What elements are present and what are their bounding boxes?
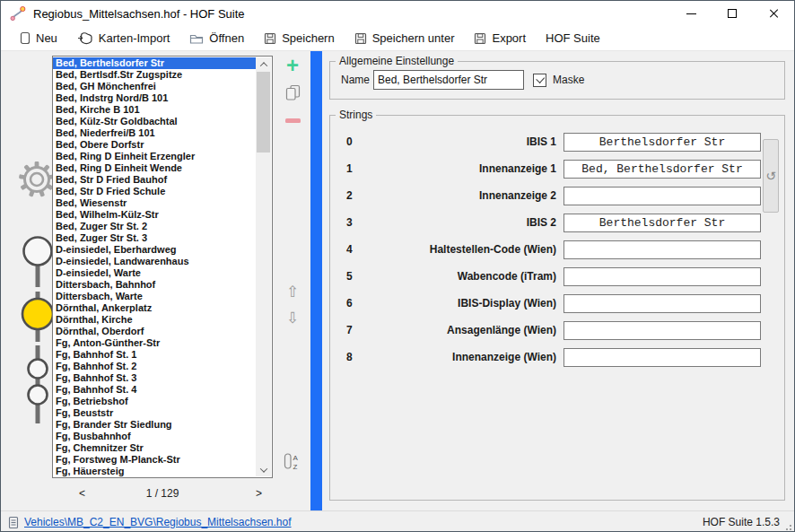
refresh-icon: ↺ xyxy=(765,169,776,183)
app-icon xyxy=(10,5,26,22)
scrollbar-down-button[interactable] xyxy=(256,463,271,476)
minimize-button[interactable] xyxy=(670,1,712,26)
list-item[interactable]: Fg, Beuststr xyxy=(53,407,256,419)
stop-list[interactable]: Bed, Berthelsdorfer StrBed, Bertlsdf.Str… xyxy=(52,56,273,478)
string-input-3[interactable] xyxy=(563,214,761,232)
string-row: 1Innenanzeige 1 xyxy=(330,155,784,182)
oeffnen-button[interactable]: Öffnen xyxy=(179,27,254,50)
karten-import-button[interactable]: Karten-Import xyxy=(67,27,179,50)
string-input-5[interactable] xyxy=(563,267,761,286)
copy-entry-button[interactable] xyxy=(284,83,301,101)
list-item[interactable]: Bed, Zuger Str St. 3 xyxy=(53,232,256,244)
list-item[interactable]: Bed, GH Mönchenfrei xyxy=(53,81,256,92)
list-item[interactable]: Fg, Häuersteig xyxy=(53,466,256,477)
list-item[interactable]: Fg, Bahnhof St. 3 xyxy=(53,372,256,384)
hof-suite-label: HOF Suite xyxy=(546,31,600,45)
move-up-button[interactable]: ⇧ xyxy=(284,283,301,301)
string-label: IBIS 1 xyxy=(380,135,556,148)
window-title: Regiobus_Mittelsachsen.hof - HOF Suite xyxy=(33,7,245,21)
list-item[interactable]: Dörnthal, Kirche xyxy=(53,314,256,326)
list-pager: 1 / 129 < > xyxy=(52,484,273,503)
string-label: Ansagenlänge (Wien) xyxy=(380,324,556,336)
scrollbar-thumb[interactable] xyxy=(257,72,270,153)
string-input-7[interactable] xyxy=(563,321,761,340)
list-item[interactable]: Bed, Wiesenstr xyxy=(53,197,256,209)
file-icon xyxy=(8,516,19,529)
svg-text:A: A xyxy=(293,454,299,462)
list-item[interactable]: Bed, Str D Fried Schule xyxy=(53,186,256,197)
list-item[interactable]: Bed, Bertlsdf.Str Zugspitze xyxy=(53,69,256,81)
string-label: IBIS 2 xyxy=(380,216,556,229)
list-item[interactable]: Bed, Zuger Str St. 2 xyxy=(53,221,256,232)
list-item[interactable]: Dittersbach, Warte xyxy=(53,291,256,302)
list-item[interactable]: Fg, Bahnhof St. 2 xyxy=(53,361,256,372)
gear-icon xyxy=(18,161,56,198)
list-item[interactable]: D-einsiedel, Eberhardweg xyxy=(53,244,256,256)
oeffnen-label: Öffnen xyxy=(209,31,244,45)
file-link[interactable]: Vehicles\MB_C2_EN_BVG\Regiobus_Mittelsac… xyxy=(24,516,292,528)
neu-button[interactable]: Neu xyxy=(10,27,67,50)
list-item[interactable]: Dittersbach, Bahnhof xyxy=(53,279,256,291)
main-area: Bed, Berthelsdorfer StrBed, Bertlsdf.Str… xyxy=(1,51,794,510)
settings-button[interactable] xyxy=(18,161,56,202)
list-item[interactable]: D-einsiedel, Warte xyxy=(53,267,256,279)
pager-next-button[interactable]: > xyxy=(256,487,262,500)
move-down-button[interactable]: ⇩ xyxy=(284,309,301,327)
toolbar: Neu Karten-Import Öffnen Speichern xyxy=(1,26,794,51)
version-text: HOF Suite 1.5.3 xyxy=(703,516,780,528)
list-item[interactable]: Bed, Ring D Einheit Wende xyxy=(53,162,256,174)
list-item[interactable]: Fg, Busbahnhof xyxy=(53,431,256,442)
pager-prev-button[interactable]: < xyxy=(79,487,85,500)
list-item[interactable]: Dörnthal, Oberdorf xyxy=(53,326,256,337)
refresh-button[interactable]: ↺ xyxy=(763,139,779,213)
list-item[interactable]: Bed, Wilhelm-Külz-Str xyxy=(53,209,256,221)
speichern-button[interactable]: Speichern xyxy=(254,27,345,50)
list-item[interactable]: Bed, Kirche B 101 xyxy=(53,104,256,116)
string-index: 4 xyxy=(346,243,373,256)
scrollbar-up-button[interactable] xyxy=(256,57,271,71)
string-input-1[interactable] xyxy=(563,160,761,179)
close-icon xyxy=(768,8,779,19)
list-item[interactable]: Fg, Forstweg M-Planck-Str xyxy=(53,454,256,466)
list-item[interactable]: Bed, Obere Dorfstr xyxy=(53,139,256,151)
list-item[interactable]: Bed, Külz-Str Goldbachtal xyxy=(53,116,256,127)
maske-checkbox[interactable] xyxy=(533,74,546,87)
list-item[interactable]: Bed, Indstrg Nord/B 101 xyxy=(53,92,256,104)
list-item[interactable]: Bed, Str D Fried Bauhof xyxy=(53,174,256,186)
list-item[interactable]: Fg, Brander Str Siedlung xyxy=(53,419,256,431)
list-item[interactable]: D-einsiedel, Landwarenhaus xyxy=(53,256,256,267)
strings-group-title: Strings xyxy=(336,109,376,121)
string-input-6[interactable] xyxy=(563,294,761,313)
string-input-2[interactable] xyxy=(563,187,761,205)
maximize-button[interactable] xyxy=(712,1,753,26)
string-input-8[interactable] xyxy=(563,348,761,367)
list-item[interactable]: Fg, Bahnhof St. 1 xyxy=(53,349,256,361)
minus-icon xyxy=(285,118,301,123)
hof-suite-menu[interactable]: HOF Suite xyxy=(536,27,610,50)
copy-icon xyxy=(285,84,301,101)
list-item[interactable]: Fg, Chemnitzer Str xyxy=(53,442,256,454)
remove-entry-button[interactable] xyxy=(284,116,301,125)
speichern-unter-label: Speichern unter xyxy=(372,31,455,45)
resize-grip[interactable] xyxy=(783,522,792,531)
name-input[interactable] xyxy=(373,70,524,90)
close-button[interactable] xyxy=(753,1,794,26)
string-input-0[interactable] xyxy=(563,133,761,152)
string-input-4[interactable] xyxy=(563,240,761,259)
app-window: Regiobus_Mittelsachsen.hof - HOF Suite N… xyxy=(0,0,795,532)
export-button[interactable]: Export xyxy=(464,27,536,50)
list-scrollbar[interactable] xyxy=(256,57,271,476)
list-item[interactable]: Fg, Anton-Günther-Str xyxy=(53,337,256,349)
list-item[interactable]: Bed, Berthelsdorfer Str xyxy=(53,57,256,69)
list-item[interactable]: Fg, Betriebshof xyxy=(53,396,256,407)
list-item[interactable]: Bed, Niederfrei/B 101 xyxy=(53,127,256,139)
add-entry-button[interactable]: + xyxy=(284,57,301,74)
speichern-unter-button[interactable]: Speichern unter xyxy=(345,27,465,50)
general-group-title: Allgemeine Einstellunge xyxy=(336,55,458,67)
chevron-down-icon xyxy=(259,465,266,472)
list-item[interactable]: Bed, Ring D Einheit Erzengler xyxy=(53,151,256,162)
list-item[interactable]: Fg, Bahnhof St. 4 xyxy=(53,384,256,396)
sort-button[interactable]: A Z xyxy=(283,452,302,470)
list-item[interactable]: Dörnthal, Ankerplatz xyxy=(53,302,256,314)
karten-import-label: Karten-Import xyxy=(99,31,170,45)
